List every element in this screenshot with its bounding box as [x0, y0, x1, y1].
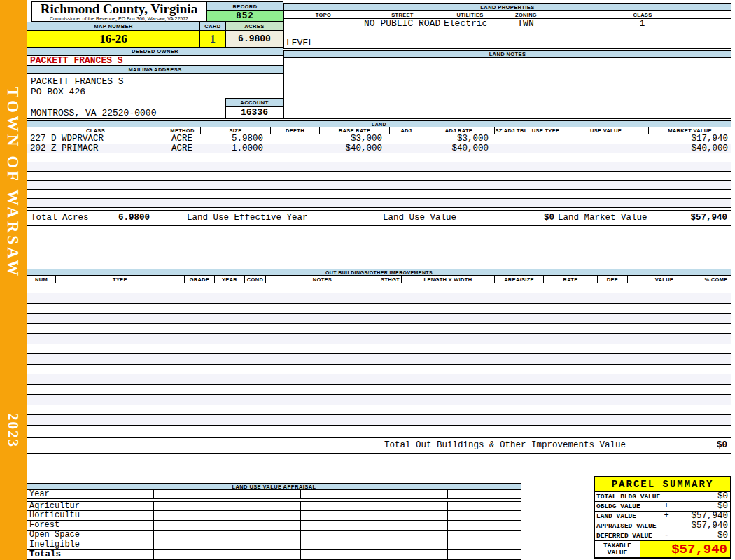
out-building-row-empty [27, 333, 731, 343]
out-buildings-total-value: $0 [717, 438, 727, 453]
column-header-type: TYPE [55, 276, 184, 283]
appraisal-cell [300, 511, 374, 520]
taxable-value-row: TAXABLE VALUE $57,940 [595, 541, 730, 557]
parcel-summary-row: LAND VALUE + $57,940 [595, 512, 730, 522]
appraisal-cell [447, 490, 521, 498]
land-properties-section: LAND PROPERTIES TOPO STREET UTILITIES ZO… [284, 4, 732, 49]
appraisal-cell [153, 511, 227, 520]
column-header-size: SIZE [200, 127, 270, 134]
land-cell-market-value: $17,940 [648, 134, 731, 144]
appraisal-cell [374, 511, 447, 520]
appraisal-cell [374, 490, 447, 498]
land-row-empty [27, 180, 731, 189]
taxable-value-label: TAXABLE VALUE [595, 541, 640, 557]
summary-value: $0 [671, 531, 730, 540]
taxable-label-line: TAXABLE [603, 542, 631, 550]
summary-value: $0 [671, 502, 730, 511]
land-cell-market-value: $40,000 [648, 144, 731, 153]
appraisal-cell [153, 521, 227, 530]
appraisal-row-label: Year [27, 490, 80, 498]
land-cell-size: 5.9800 [200, 134, 270, 144]
land-section: LAND CLASS METHOD SIZE DEPTH BASE RATE A… [27, 120, 732, 208]
column-header-adj: ADJ [389, 127, 423, 134]
out-buildings-section: OUT BUILDINGS/OTHER IMPROVEMENTS NUM TYP… [27, 269, 732, 435]
class-value: 1 [554, 19, 731, 29]
appraisal-row-label: Horticulture [27, 511, 80, 520]
card-value: 1 [200, 31, 225, 48]
column-header-street: STREET [363, 11, 442, 18]
appraisal-cell [80, 502, 153, 510]
land-cell-use-type [528, 144, 563, 153]
out-building-row-empty [27, 313, 731, 323]
appraisal-cell [80, 490, 153, 498]
account-box: ACCOUNT 16336 [225, 98, 284, 119]
appraisal-row-label: Ineligible [27, 540, 80, 550]
map-number-value: 16-26 [27, 31, 200, 48]
appraisal-cell [227, 502, 300, 510]
appraisal-cell [153, 540, 227, 550]
land-properties-values: LEVEL NO ROAD NONE NO PUBLIC ROAD Electr… [284, 19, 731, 48]
column-header-rate: RATE [543, 276, 597, 283]
appraisal-cell [447, 531, 521, 540]
out-building-row-empty [27, 293, 731, 302]
land-market-value-label: Land Market Value [558, 211, 648, 225]
column-header-sz-adj-tbl: SZ ADJ TBL [494, 127, 528, 134]
land-cell-method: ACRE [164, 144, 200, 153]
summary-operator: + [662, 512, 671, 521]
taxable-label-line: VALUE [608, 550, 628, 556]
sidebar-town-label: TOWN OF WARSAW [4, 87, 22, 279]
appraisal-cell [374, 550, 447, 559]
out-building-row-empty [27, 354, 731, 363]
appraisal-cell [153, 531, 227, 540]
column-header-area-size: AREA/SIZE [494, 276, 543, 283]
column-header-num: NUM [27, 276, 55, 283]
appraisal-cell [447, 540, 521, 550]
parcel-summary-row: APPRAISED VALUE $57,940 [595, 522, 730, 531]
column-header-grade: GRADE [184, 276, 214, 283]
land-use-value: $0 [517, 211, 554, 225]
land-column-headers: CLASS METHOD SIZE DEPTH BASE RATE ADJ AD… [27, 127, 732, 134]
land-cell-use-type [528, 134, 563, 144]
appraisal-row-label: Open Space [27, 531, 80, 540]
column-header-adj-rate: ADJ RATE [423, 127, 494, 134]
column-header-utilities: UTILITIES [442, 11, 498, 18]
summary-operator [662, 492, 671, 501]
column-header-class: CLASS [554, 11, 731, 18]
summary-label: TOTAL BLDG VALUE [595, 492, 662, 501]
summary-label: DEFERRED VALUE [595, 531, 662, 540]
appraisal-year-row: Year [27, 489, 522, 499]
appraisal-row: Horticulture [27, 511, 522, 521]
column-header-use-value: USE VALUE [563, 127, 648, 134]
acres-value: 6.9800 [225, 31, 284, 48]
out-building-row-empty [27, 303, 731, 313]
out-building-row-empty [27, 425, 731, 435]
land-cell-base-rate: $40,000 [319, 144, 389, 153]
address-line: PACKETT FRANCES S [31, 76, 283, 87]
land-cell-adj-rate: $3,000 [423, 134, 494, 144]
account-value: 16336 [226, 107, 283, 118]
column-header-cond: COND [244, 276, 265, 283]
appraisal-cell [227, 490, 300, 498]
land-cell-adj [389, 144, 423, 153]
commissioner-line: Commissioner of the Revenue, PO Box 366,… [32, 16, 206, 21]
appraisal-cell [153, 502, 227, 510]
appraisal-cell [374, 521, 447, 530]
topo-line: LEVEL [286, 38, 325, 48]
column-header-pct-comp: % COMP [701, 276, 731, 283]
appraisal-cell [447, 521, 521, 530]
sidebar-year-label: 2023 [4, 413, 22, 448]
land-row: 227 D WDPRVACR ACRE 5.9800 $3,000 $3,000… [27, 134, 731, 144]
deeded-owner-label: DEEDED OWNER [27, 47, 284, 55]
taxable-value: $57,940 [640, 541, 730, 557]
appraisal-cell [300, 540, 374, 550]
appraisal-cell [227, 521, 300, 530]
out-building-row-empty [27, 364, 731, 374]
land-rows: 227 D WDPRVACR ACRE 5.9800 $3,000 $3,000… [27, 134, 732, 208]
appraisal-cell [80, 550, 153, 559]
summary-value: $0 [671, 492, 730, 501]
parcel-summary-section: PARCEL SUMMARY TOTAL BLDG VALUE $0 OBLDG… [594, 476, 732, 559]
column-header-topo: TOPO [284, 11, 363, 18]
parcel-summary-title: PARCEL SUMMARY [595, 477, 730, 492]
land-cell-adj [389, 134, 423, 144]
record-value: 852 [207, 11, 283, 21]
